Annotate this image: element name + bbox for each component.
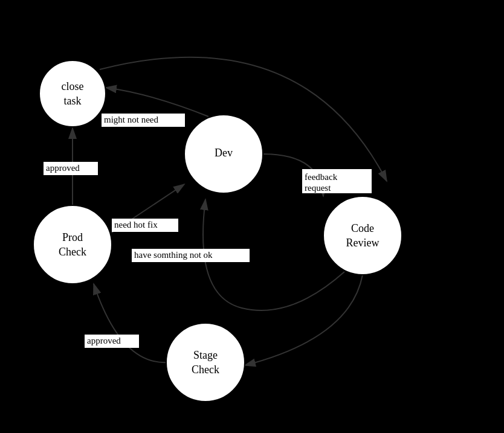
label-might-not-need: might not need	[102, 114, 185, 127]
node-close-task: close task	[39, 60, 106, 127]
edge-dev-to-close	[106, 88, 208, 117]
svg-text:approved: approved	[46, 163, 80, 173]
node-stage-check: Stage Check	[166, 323, 245, 402]
svg-text:Review: Review	[346, 237, 380, 249]
label-feedback-request: feedback request	[302, 169, 372, 193]
svg-point-26	[166, 323, 245, 402]
node-code-review: Code Review	[323, 196, 402, 275]
svg-text:Code: Code	[351, 222, 374, 234]
svg-point-20	[33, 205, 112, 284]
edge-codereview-to-stage	[245, 275, 363, 365]
svg-point-23	[323, 196, 402, 275]
label-need-hot-fix: need hot fix	[112, 219, 178, 232]
svg-text:Stage: Stage	[193, 349, 218, 361]
svg-text:Check: Check	[192, 364, 219, 376]
label-approved-prod-close: approved	[44, 162, 98, 175]
svg-text:might not need: might not need	[104, 115, 158, 124]
svg-text:Check: Check	[59, 246, 86, 258]
svg-point-15	[39, 60, 106, 127]
svg-text:feedback: feedback	[305, 172, 338, 182]
svg-text:Prod: Prod	[62, 231, 83, 243]
svg-text:close: close	[62, 80, 84, 92]
label-have-something-not-ok: have somthing not ok	[132, 249, 250, 262]
svg-text:task: task	[64, 95, 82, 107]
svg-text:have somthing not ok: have somthing not ok	[134, 250, 213, 260]
label-approved-stage-prod: approved	[85, 335, 139, 348]
svg-text:approved: approved	[87, 336, 121, 345]
node-dev: Dev	[184, 115, 263, 193]
edge-stage-to-prod	[94, 284, 168, 362]
svg-text:need hot fix: need hot fix	[114, 220, 158, 229]
node-prod-check: Prod Check	[33, 205, 112, 284]
svg-text:request: request	[305, 183, 331, 193]
svg-text:Dev: Dev	[215, 147, 233, 159]
